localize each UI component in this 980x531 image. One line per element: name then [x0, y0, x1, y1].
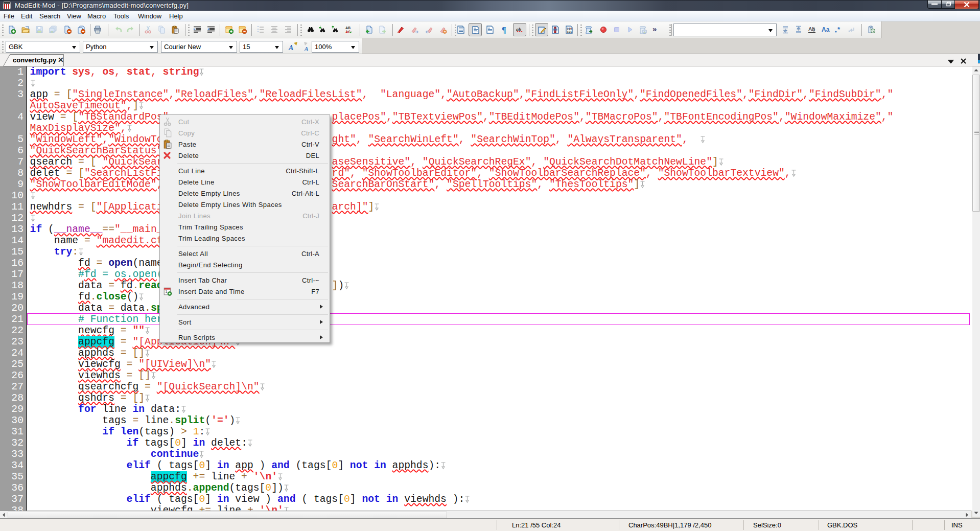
svg-text:A: A [288, 44, 293, 51]
svg-text:101: 101 [567, 30, 573, 34]
svg-text:*: * [837, 26, 841, 33]
svg-text:AB: AB [345, 26, 351, 30]
svg-text:»: » [652, 26, 657, 33]
svg-text:¶: ¶ [502, 26, 506, 34]
svg-text:A: A [304, 45, 308, 51]
svg-text:ab: ab [516, 27, 521, 32]
svg-text:1: 1 [166, 290, 168, 293]
svg-text:Aa: Aa [822, 26, 830, 33]
